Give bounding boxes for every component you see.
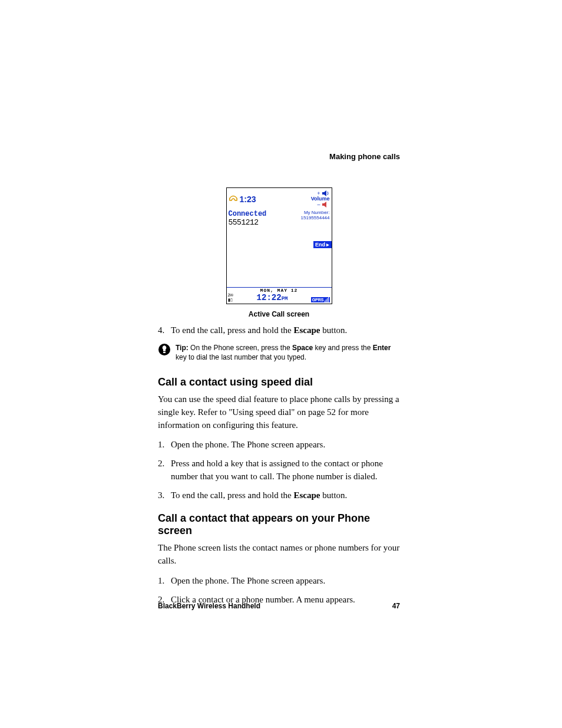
active-call-screenshot: 1:23 + Volume –	[226, 187, 332, 304]
speaker-icon	[322, 202, 330, 207]
volume-label: Volume	[311, 196, 330, 202]
date-line: mon, may 12	[227, 288, 332, 293]
clock-ampm: PM	[282, 296, 288, 302]
dialed-number: 5551212	[229, 218, 267, 227]
my-number-label: My Number:	[301, 210, 330, 215]
section-heading-speed-dial: Call a contact using speed dial	[158, 376, 400, 388]
section-heading-phone-screen-contact: Call a contact that appears on your Phon…	[158, 512, 400, 537]
phone-off-hook-icon	[229, 195, 238, 203]
page-content: 1:23 + Volume –	[158, 187, 400, 606]
tip-callout: Tip: On the Phone screen, press the Spac…	[158, 343, 400, 362]
figure-caption: Active Call screen	[158, 310, 400, 318]
page-footer: BlackBerry Wireless Handheld 47	[158, 602, 400, 610]
status-badges: 2✉▮▯	[228, 293, 234, 302]
tip-text: Tip: On the Phone screen, press the Spac…	[176, 343, 400, 362]
footer-product: BlackBerry Wireless Handheld	[158, 602, 260, 610]
network-indicator: GPRS	[311, 297, 330, 302]
my-number: My Number: 15195554444	[301, 210, 330, 227]
volume-indicator: + Volume –	[311, 190, 330, 207]
clock-time: 12:22	[257, 293, 282, 302]
body-paragraph: You can use the speed dial feature to pl…	[158, 393, 400, 431]
call-timer-value: 1:23	[240, 195, 256, 204]
step-text: To end the call, press and hold the Esca…	[171, 489, 400, 502]
list-item: 2. Press and hold a key that is assigned…	[158, 457, 400, 483]
call-timer: 1:23	[229, 190, 256, 207]
end-call-button: End ▸	[313, 241, 332, 248]
step-text: To end the call, press and hold the Esca…	[171, 324, 400, 337]
step-number: 4.	[158, 324, 171, 337]
svg-rect-1	[163, 352, 166, 353]
volume-minus: –	[317, 202, 320, 207]
list-item: 4. To end the call, press and hold the E…	[158, 324, 400, 337]
step-text: Open the phone. The Phone screen appears…	[171, 575, 400, 588]
footer-page-number: 47	[392, 602, 400, 610]
body-paragraph: The Phone screen lists the contact names…	[158, 542, 400, 568]
my-number-value: 15195554444	[301, 215, 330, 220]
running-header: Making phone calls	[329, 152, 400, 161]
network-label: GPRS	[312, 298, 324, 302]
step-text: Open the phone. The Phone screen appears…	[171, 439, 400, 452]
step-text: Press and hold a key that is assigned to…	[171, 457, 400, 483]
call-status: Connected	[229, 210, 267, 218]
screenshot-figure: 1:23 + Volume –	[158, 187, 400, 307]
signal-bars-icon	[325, 297, 329, 302]
message-count: 2	[228, 293, 230, 297]
step-number: 1.	[158, 575, 171, 588]
clock: 12:22PM	[257, 293, 288, 302]
list-item: 1. Open the phone. The Phone screen appe…	[158, 575, 400, 588]
document-page: Making phone calls 1:23 +	[0, 0, 562, 728]
step-number: 2.	[158, 457, 171, 483]
list-item: 3. To end the call, press and hold the E…	[158, 489, 400, 502]
lightbulb-tip-icon	[158, 343, 171, 356]
list-item: 1. Open the phone. The Phone screen appe…	[158, 439, 400, 452]
step-number: 1.	[158, 439, 171, 452]
step-number: 3.	[158, 489, 171, 502]
